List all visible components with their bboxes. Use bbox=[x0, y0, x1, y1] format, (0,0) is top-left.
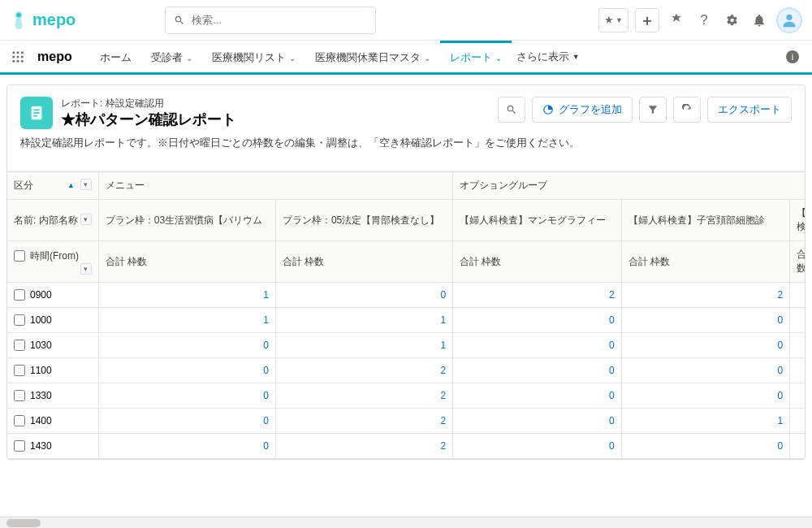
export-button[interactable]: エクスポート bbox=[707, 97, 792, 123]
report-icon bbox=[20, 97, 53, 129]
chevron-down-icon: ⌄ bbox=[495, 54, 502, 63]
app-launcher[interactable] bbox=[6, 45, 29, 68]
chevron-down-icon: ⌄ bbox=[186, 54, 192, 63]
brand[interactable]: mepo bbox=[10, 10, 76, 31]
side-header-time[interactable]: 時間(From)▾ bbox=[7, 241, 98, 283]
svg-rect-14 bbox=[33, 115, 37, 117]
cell-value bbox=[790, 409, 805, 434]
user-avatar[interactable] bbox=[776, 7, 802, 33]
col-header[interactable]: プラン枠：05法定【胃部検査なし】 bbox=[275, 200, 452, 241]
filter-icon[interactable]: ▾ bbox=[80, 263, 92, 275]
star-icon: ★ bbox=[604, 14, 614, 26]
cell-value[interactable]: 2 bbox=[275, 383, 452, 409]
row-checkbox[interactable] bbox=[14, 415, 25, 426]
search-icon bbox=[506, 104, 517, 115]
subheader: 合計 枠数 bbox=[275, 241, 452, 283]
refresh-button[interactable] bbox=[673, 97, 701, 123]
info-icon[interactable]: i bbox=[786, 50, 799, 63]
cell-value[interactable]: 0 bbox=[98, 383, 275, 409]
cell-value[interactable]: 1 bbox=[275, 308, 452, 333]
cell-value[interactable]: 2 bbox=[275, 358, 452, 383]
cell-value[interactable]: 0 bbox=[621, 358, 790, 383]
cell-value[interactable]: 0 bbox=[453, 434, 622, 459]
cell-value[interactable]: 0 bbox=[453, 358, 622, 383]
add-button[interactable]: ＋ bbox=[635, 8, 659, 32]
time-value: 1400 bbox=[30, 415, 52, 426]
row-checkbox[interactable] bbox=[14, 390, 25, 401]
cell-value[interactable]: 0 bbox=[453, 333, 622, 358]
tabs-more[interactable]: さらに表示▼ bbox=[516, 50, 580, 64]
tab-report[interactable]: レポート⌄ bbox=[440, 41, 512, 72]
col-header[interactable]: 【婦人科検 bbox=[790, 200, 805, 241]
cell-value[interactable]: 2 bbox=[275, 409, 452, 434]
cell-value[interactable]: 0 bbox=[453, 409, 622, 434]
tab-home[interactable]: ホーム bbox=[90, 41, 141, 72]
global-search[interactable] bbox=[165, 6, 376, 34]
cell-value[interactable]: 1 bbox=[621, 409, 790, 434]
selectall-checkbox[interactable] bbox=[14, 250, 25, 262]
filter-button[interactable] bbox=[639, 97, 667, 123]
side-header-name[interactable]: 名前: 内部名称▾ bbox=[7, 200, 98, 241]
svg-point-5 bbox=[12, 55, 15, 58]
cell-value bbox=[790, 333, 805, 358]
cell-value[interactable]: 0 bbox=[98, 409, 275, 434]
col-header[interactable]: 【婦人科検査】マンモグラフィー bbox=[453, 200, 622, 241]
horizontal-scrollbar[interactable] bbox=[0, 517, 812, 528]
add-chart-button[interactable]: グラフを追加 bbox=[532, 97, 633, 123]
tab-examinees[interactable]: 受診者⌄ bbox=[141, 41, 202, 72]
cell-value[interactable]: 0 bbox=[453, 383, 622, 409]
tab-holiday-master[interactable]: 医療機関休業日マスタ⌄ bbox=[305, 41, 440, 72]
report-search-button[interactable] bbox=[498, 97, 525, 123]
cell-value[interactable]: 0 bbox=[453, 308, 622, 333]
setup-button[interactable] bbox=[721, 10, 742, 31]
table-row: 10300100 bbox=[7, 333, 805, 358]
avatar-icon bbox=[780, 11, 798, 29]
cell-value[interactable]: 0 bbox=[98, 358, 275, 383]
help-button[interactable]: ? bbox=[693, 10, 715, 31]
bell-icon bbox=[752, 13, 767, 28]
svg-point-10 bbox=[21, 59, 24, 62]
svg-point-4 bbox=[21, 51, 24, 54]
cell-value[interactable]: 0 bbox=[98, 434, 275, 459]
cell-value[interactable]: 2 bbox=[621, 283, 790, 308]
search-input[interactable] bbox=[192, 14, 367, 26]
cell-value[interactable]: 0 bbox=[621, 333, 790, 358]
cell-value[interactable]: 1 bbox=[98, 283, 275, 308]
time-value: 1030 bbox=[30, 340, 52, 351]
group-header-option[interactable]: オプショングループ bbox=[453, 172, 805, 200]
row-checkbox[interactable] bbox=[14, 314, 25, 326]
filter-icon[interactable]: ▾ bbox=[80, 214, 92, 225]
col-header[interactable]: プラン枠：03生活習慣病【バリウム bbox=[98, 200, 275, 241]
cell-value[interactable]: 0 bbox=[621, 308, 790, 333]
cell-value[interactable]: 0 bbox=[621, 383, 790, 409]
col-header[interactable]: 【婦人科検査】子宮頚部細胞診 bbox=[621, 200, 790, 241]
cell-value[interactable]: 2 bbox=[453, 283, 622, 308]
favorites-button[interactable]: ★ ▼ bbox=[598, 8, 628, 32]
cell-value bbox=[790, 434, 805, 459]
sort-asc-icon[interactable] bbox=[67, 180, 75, 189]
search-icon bbox=[174, 15, 185, 26]
notifications-button[interactable] bbox=[749, 10, 770, 31]
scrollbar-thumb[interactable] bbox=[6, 519, 41, 527]
row-checkbox[interactable] bbox=[14, 365, 25, 376]
salescloud-icon-button[interactable] bbox=[666, 10, 687, 31]
row-checkbox[interactable] bbox=[14, 340, 25, 351]
cell-value[interactable]: 1 bbox=[98, 308, 275, 333]
row-checkbox[interactable] bbox=[14, 289, 25, 301]
cell-value[interactable]: 1 bbox=[275, 333, 452, 358]
cell-value[interactable]: 0 bbox=[275, 283, 452, 308]
subheader: 合計 枠数 bbox=[453, 241, 622, 283]
filter-icon[interactable]: ▾ bbox=[80, 179, 92, 190]
svg-point-2 bbox=[12, 51, 15, 54]
gear-icon bbox=[724, 13, 739, 28]
cell-value[interactable]: 0 bbox=[98, 333, 275, 358]
tab-medical-list[interactable]: 医療機関リスト⌄ bbox=[202, 41, 305, 72]
row-checkbox[interactable] bbox=[14, 440, 25, 452]
chevron-down-icon: ⌄ bbox=[289, 54, 296, 63]
svg-point-1 bbox=[786, 14, 792, 19]
cell-value[interactable]: 2 bbox=[275, 434, 452, 459]
caret-down-icon: ▼ bbox=[572, 53, 580, 61]
group-header-menu[interactable]: メニュー bbox=[98, 172, 452, 200]
side-header-kubun[interactable]: 区分 ▾ bbox=[7, 172, 98, 200]
cell-value[interactable]: 0 bbox=[621, 434, 790, 459]
